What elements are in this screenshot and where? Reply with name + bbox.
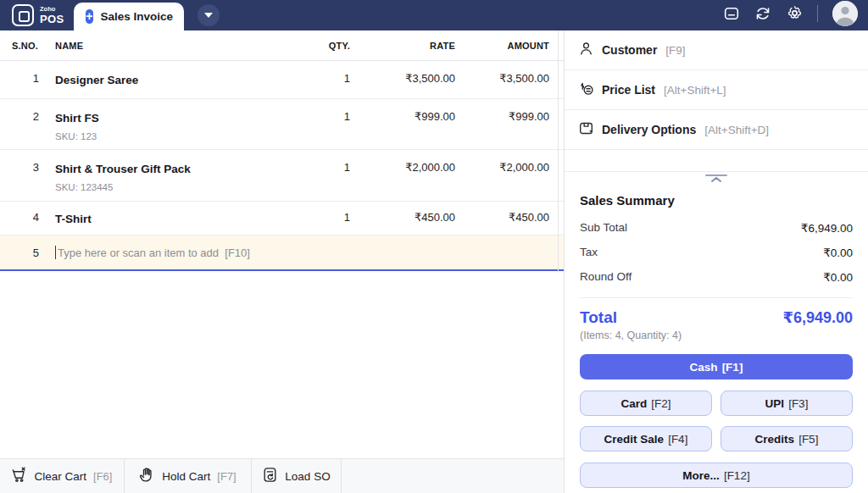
text-cursor [55, 246, 56, 259]
action-shortcut: [Alt+Shift+L] [664, 84, 726, 97]
cart-section: S.NO. NAME QTY. RATE AMOUNT 1 Designer S… [0, 30, 565, 493]
table-row[interactable]: 2 Shirt FS SKU: 123 1 ₹999.00 ₹999.00 [0, 99, 564, 150]
item-sku: SKU: 123 [55, 131, 282, 141]
cash-button[interactable]: Cash [F1] [580, 354, 853, 379]
action-label: Delivery Options [602, 123, 696, 136]
action-shortcut: [Alt+Shift+D] [704, 124, 769, 136]
price-list-icon [579, 81, 593, 99]
item-name: Shirt & Trouser Gift Pack [55, 163, 191, 175]
more-payments-button[interactable]: More... [F12] [580, 463, 853, 488]
brand-line1: Zoho [40, 6, 64, 13]
item-amount: ₹3,500.00 [455, 72, 549, 85]
item-rate: ₹2,000.00 [350, 161, 455, 174]
cash-register-icon[interactable] [723, 5, 740, 22]
item-rate: ₹3,500.00 [350, 72, 455, 85]
action-label: Customer [602, 43, 657, 57]
header-amount: AMOUNT [455, 41, 549, 51]
card-button[interactable]: Card [F2] [580, 391, 712, 416]
sync-icon[interactable] [754, 5, 771, 22]
item-name: Designer Saree [55, 74, 138, 86]
action-shortcut: [F9] [665, 44, 685, 57]
upi-button[interactable]: UPI [F3] [721, 391, 853, 416]
tab-label: Sales Invoice [101, 10, 174, 23]
topbar-divider [817, 5, 818, 22]
sales-summary: Sales Summary Sub Total ₹6,949.00 Tax ₹0… [565, 186, 868, 289]
header-qty: QTY. [282, 41, 350, 51]
scrollbar-track[interactable] [558, 30, 559, 273]
item-amount: ₹999.00 [455, 110, 549, 123]
table-row[interactable]: 4 T-Shirt 1 ₹450.00 ₹450.00 [0, 202, 564, 235]
action-label: Price List [602, 83, 655, 97]
clear-cart-icon [12, 467, 28, 486]
delivery-options-button[interactable]: Delivery Options [Alt+Shift+D] [565, 110, 868, 150]
footer-button-label: Hold Cart [162, 470, 210, 483]
cart-footer-bar: Clear Cart [F6] Hold Cart [F7] Load SO [0, 458, 564, 493]
item-sku: SKU: 123445 [55, 182, 282, 192]
item-qty: 1 [282, 72, 350, 85]
table-row[interactable]: 3 Shirt & Trouser Gift Pack SKU: 123445 … [0, 150, 564, 202]
credit-sale-button[interactable]: Credit Sale [F4] [580, 426, 712, 451]
tab-dropdown-button[interactable] [198, 4, 220, 26]
load-so-icon [262, 467, 278, 486]
total-label: Total [580, 308, 617, 327]
item-qty: 1 [282, 161, 350, 174]
cart-table-header: S.NO. NAME QTY. RATE AMOUNT [0, 30, 564, 61]
hold-cart-button[interactable]: Hold Cart [F7] [125, 459, 252, 493]
total-block: Total ₹6,949.00 (Items: 4, Quantity: 4) [565, 298, 868, 341]
footer-button-label: Load SO [285, 470, 330, 483]
settings-icon[interactable] [786, 5, 803, 22]
summary-row-tax: Tax ₹0.00 [580, 240, 853, 264]
footer-button-shortcut: [F6] [93, 470, 112, 483]
pos-app: Zoho POS + Sales Invoice [0, 0, 868, 493]
item-rate: ₹999.00 [350, 110, 455, 123]
total-items-meta: (Items: 4, Quantity: 4) [580, 330, 853, 341]
footer-button-label: Clear Cart [35, 470, 87, 483]
customer-button[interactable]: Customer [F9] [565, 30, 868, 70]
zoho-pos-logo: Zoho POS [0, 4, 74, 30]
sales-summary-title: Sales Summary [580, 193, 853, 208]
summary-row-roundoff: Round Off ₹0.00 [580, 264, 853, 289]
header-name: NAME [44, 41, 282, 51]
payment-buttons: Cash [F1] Card [F2] UPI [F3] Credit Sale… [565, 341, 868, 488]
avatar[interactable] [832, 1, 858, 26]
header-rate: RATE [350, 41, 455, 51]
total-value: ₹6,949.00 [782, 308, 853, 327]
item-amount: ₹450.00 [455, 211, 549, 224]
delivery-box-icon [579, 121, 593, 139]
clear-cart-button[interactable]: Clear Cart [F6] [0, 459, 125, 493]
tab-sales-invoice[interactable]: + Sales Invoice [74, 3, 184, 30]
item-qty: 1 [282, 211, 350, 224]
row-sno: 4 [0, 211, 44, 224]
load-so-button[interactable]: Load SO [252, 459, 342, 493]
item-amount: ₹2,000.00 [455, 161, 549, 174]
table-row[interactable]: 1 Designer Saree 1 ₹3,500.00 ₹3,500.00 [0, 61, 564, 99]
row-sno: 2 [0, 110, 44, 123]
row-sno: 1 [0, 72, 44, 85]
item-name: Shirt FS [55, 112, 99, 125]
zoho-pos-logo-icon [12, 4, 34, 26]
item-entry-row: 5 [0, 235, 564, 271]
header-sno: S.NO. [0, 41, 44, 51]
row-sno: 5 [0, 246, 44, 259]
hold-cart-icon [139, 467, 155, 486]
item-rate: ₹450.00 [350, 211, 455, 224]
summary-row-subtotal: Sub Total ₹6,949.00 [580, 215, 853, 240]
credits-button[interactable]: Credits [F5] [721, 426, 853, 451]
top-bar: Zoho POS + Sales Invoice [0, 0, 868, 30]
plus-icon: + [86, 9, 92, 24]
checkout-panel: Customer [F9] Price List [Alt+Shift+L] D… [565, 30, 868, 493]
chevron-down-icon [204, 13, 213, 18]
item-scan-input[interactable] [58, 246, 549, 259]
item-name: T-Shirt [55, 213, 92, 225]
brand-line2: POS [40, 14, 64, 25]
chevron-up-icon [711, 177, 721, 182]
footer-button-shortcut: [F7] [217, 470, 236, 483]
price-list-button[interactable]: Price List [Alt+Shift+L] [565, 70, 868, 110]
person-icon [579, 42, 593, 59]
item-qty: 1 [282, 110, 350, 123]
row-sno: 3 [0, 161, 44, 174]
collapse-summary-handle[interactable] [705, 174, 727, 182]
